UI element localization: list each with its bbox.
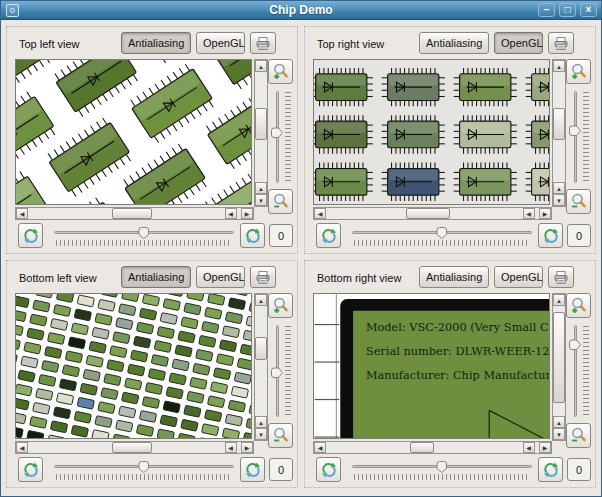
scroll-up-icon[interactable]: ▲ xyxy=(553,182,565,194)
chip[interactable] xyxy=(382,163,445,201)
scroll-right-icon[interactable]: ▶ xyxy=(539,442,551,453)
print-button[interactable] xyxy=(250,32,276,54)
rotate-slider-handle[interactable] xyxy=(436,226,448,240)
scroll-left-icon[interactable]: ◀ xyxy=(225,208,237,219)
horizontal-scrollbar[interactable]: ◀ ◀ ▶ xyxy=(15,207,254,220)
vertical-scrollbar-thumb[interactable] xyxy=(553,108,565,140)
graphics-scene[interactable] xyxy=(15,59,252,205)
print-button[interactable] xyxy=(250,266,276,288)
zoom-in-button[interactable] xyxy=(566,293,591,318)
horizontal-scrollbar[interactable]: ◀ ◀ ▶ xyxy=(313,207,552,220)
zoom-slider[interactable] xyxy=(269,89,293,185)
rotate-left-button[interactable] xyxy=(18,457,43,482)
scroll-down-icon[interactable]: ▼ xyxy=(255,194,267,206)
horizontal-scrollbar-thumb[interactable] xyxy=(112,442,152,453)
rotate-slider-handle[interactable] xyxy=(138,226,150,240)
vertical-scrollbar[interactable]: ▲ ▲ ▼ xyxy=(552,293,566,441)
rotate-slider-handle[interactable] xyxy=(436,460,448,474)
scroll-up-icon[interactable]: ▲ xyxy=(255,416,267,428)
titlebar[interactable]: Chip Demo – □ × xyxy=(1,1,601,20)
antialiasing-button[interactable]: Antialiasing xyxy=(419,32,489,54)
antialiasing-button[interactable]: Antialiasing xyxy=(121,266,191,288)
scroll-left-icon[interactable]: ◀ xyxy=(16,208,28,219)
chip[interactable] xyxy=(313,163,373,201)
rotate-slider[interactable] xyxy=(350,459,534,481)
scroll-right-icon[interactable]: ▶ xyxy=(241,208,253,219)
zoom-out-button[interactable] xyxy=(566,423,591,448)
zoom-out-button[interactable] xyxy=(268,423,293,448)
zoom-slider-handle[interactable] xyxy=(270,367,284,379)
scroll-down-icon[interactable]: ▼ xyxy=(553,194,565,206)
horizontal-scrollbar-thumb[interactable] xyxy=(410,442,434,453)
opengl-button[interactable]: OpenGL xyxy=(196,266,245,288)
print-button[interactable] xyxy=(548,32,574,54)
rotate-left-button[interactable] xyxy=(316,457,341,482)
rotate-slider-handle[interactable] xyxy=(138,460,150,474)
chip[interactable] xyxy=(382,115,445,153)
vertical-scrollbar-thumb[interactable] xyxy=(255,337,267,361)
vertical-scrollbar-thumb[interactable] xyxy=(255,108,267,140)
chip[interactable] xyxy=(382,68,445,106)
rotate-right-button[interactable] xyxy=(538,223,563,248)
zoom-slider[interactable] xyxy=(567,89,591,185)
zoom-slider-handle[interactable] xyxy=(568,125,582,137)
scroll-up-icon[interactable]: ▲ xyxy=(553,294,565,306)
antialiasing-button[interactable]: Antialiasing xyxy=(121,32,191,54)
scroll-left-icon[interactable]: ◀ xyxy=(225,442,237,453)
vertical-scrollbar-thumb[interactable] xyxy=(553,312,565,403)
zoom-slider[interactable] xyxy=(269,323,293,419)
rotate-left-button[interactable] xyxy=(316,223,341,248)
rotate-right-button[interactable] xyxy=(538,457,563,482)
rotate-left-button[interactable] xyxy=(18,223,43,248)
zoom-in-button[interactable] xyxy=(268,293,293,318)
minimize-button[interactable]: – xyxy=(538,3,555,17)
chip[interactable] xyxy=(313,68,373,106)
horizontal-scrollbar[interactable]: ◀ ◀ ▶ xyxy=(15,441,254,454)
scroll-up-icon[interactable]: ▲ xyxy=(553,416,565,428)
rotate-slider[interactable] xyxy=(52,459,236,481)
scroll-right-icon[interactable]: ▶ xyxy=(241,442,253,453)
rotate-right-button[interactable] xyxy=(240,223,265,248)
rotate-slider[interactable] xyxy=(52,225,236,247)
scroll-up-icon[interactable]: ▲ xyxy=(553,60,565,72)
vertical-scrollbar[interactable]: ▲ ▲ ▼ xyxy=(254,59,268,207)
graphics-scene[interactable]: Model: VSC-2000 (Very Small Chip) at 9Se… xyxy=(313,293,550,439)
scroll-left-icon[interactable]: ◀ xyxy=(314,442,326,453)
graphics-scene[interactable] xyxy=(15,293,252,439)
chip[interactable] xyxy=(313,115,373,153)
opengl-button[interactable]: OpenGL xyxy=(196,32,245,54)
zoom-slider-handle[interactable] xyxy=(270,127,284,139)
close-button[interactable]: × xyxy=(580,3,597,17)
maximize-button[interactable]: □ xyxy=(559,3,576,17)
vertical-scrollbar[interactable]: ▲ ▲ ▼ xyxy=(254,293,268,441)
scroll-up-icon[interactable]: ▲ xyxy=(255,294,267,306)
vertical-scrollbar[interactable]: ▲ ▲ ▼ xyxy=(552,59,566,207)
horizontal-scrollbar-thumb[interactable] xyxy=(406,208,450,219)
scroll-left-icon[interactable]: ◀ xyxy=(523,442,535,453)
graphics-scene[interactable] xyxy=(313,59,550,205)
zoom-slider[interactable] xyxy=(567,323,591,419)
zoom-in-button[interactable] xyxy=(268,59,293,84)
scroll-up-icon[interactable]: ▲ xyxy=(255,60,267,72)
opengl-button[interactable]: OpenGL xyxy=(494,266,543,288)
scroll-down-icon[interactable]: ▼ xyxy=(255,428,267,440)
scroll-down-icon[interactable]: ▼ xyxy=(553,428,565,440)
print-button[interactable] xyxy=(548,266,574,288)
antialiasing-button[interactable]: Antialiasing xyxy=(419,266,489,288)
zoom-slider-handle[interactable] xyxy=(568,339,582,351)
chip[interactable] xyxy=(454,115,517,153)
scroll-up-icon[interactable]: ▲ xyxy=(255,182,267,194)
scroll-right-icon[interactable]: ▶ xyxy=(539,208,551,219)
scroll-left-icon[interactable]: ◀ xyxy=(16,442,28,453)
chip[interactable] xyxy=(454,163,517,201)
rotate-slider[interactable] xyxy=(350,225,534,247)
chip[interactable] xyxy=(454,68,517,106)
opengl-button[interactable]: OpenGL xyxy=(494,32,543,54)
scroll-left-icon[interactable]: ◀ xyxy=(523,208,535,219)
rotate-right-button[interactable] xyxy=(240,457,265,482)
zoom-out-button[interactable] xyxy=(566,189,591,214)
scroll-left-icon[interactable]: ◀ xyxy=(314,208,326,219)
horizontal-scrollbar-thumb[interactable] xyxy=(112,208,152,219)
horizontal-scrollbar[interactable]: ◀ ◀ ▶ xyxy=(313,441,552,454)
zoom-in-button[interactable] xyxy=(566,59,591,84)
